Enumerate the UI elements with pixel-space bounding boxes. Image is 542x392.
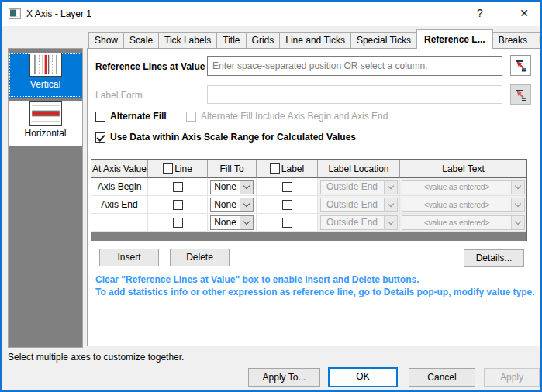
tab-strip: Show Scale Tick Labels Title Grids Line …: [88, 29, 542, 48]
details-button[interactable]: Details...: [464, 249, 524, 267]
label-checkbox[interactable]: [282, 182, 292, 192]
line-checkbox[interactable]: [173, 200, 183, 210]
chevron-down-icon[interactable]: [240, 198, 253, 211]
hint-line-1: Clear "Reference Lines at Value" box to …: [95, 274, 419, 285]
line-checkbox[interactable]: [173, 218, 183, 228]
chevron-down-icon[interactable]: [240, 181, 253, 194]
reference-lines-table: At Axis Value Line Fill To Label Label L…: [91, 159, 527, 241]
label-text-value: <value as entered>: [402, 198, 511, 211]
ok-button[interactable]: OK: [328, 367, 398, 387]
select-column-icon: [514, 88, 527, 101]
alternate-fill-checkbox[interactable]: [95, 112, 105, 122]
label-column-checkbox[interactable]: [270, 163, 280, 174]
label-cell: [257, 178, 318, 196]
at-axis-value-text: Axis End: [101, 199, 137, 210]
header-fill-to-label: Fill To: [219, 163, 243, 174]
header-at-axis-value-label: At Axis Value: [92, 163, 147, 174]
tab-tick-labels[interactable]: Tick Labels: [158, 32, 217, 48]
chevron-down-icon: [511, 198, 524, 211]
reference-lines-value-input[interactable]: [207, 56, 502, 76]
graph-window-icon: [9, 8, 21, 19]
label-location-value: Outside End: [321, 198, 384, 211]
label-text-cell: <value as entered>: [400, 178, 526, 196]
tab-breaks[interactable]: Breaks: [492, 32, 533, 48]
tab-title[interactable]: Title: [216, 32, 246, 48]
fill-to-cell: None: [208, 214, 257, 232]
dialog-title: X Axis - Layer 1: [26, 9, 91, 19]
title-bar: X Axis - Layer 1 ? ✕: [2, 2, 540, 26]
fill-to-value: None: [211, 181, 240, 194]
label-text-dropdown: <value as entered>: [402, 215, 525, 230]
at-axis-value-cell: Axis End: [91, 196, 148, 214]
label-location-cell: Outside End: [318, 178, 400, 196]
header-label-location: Label Location: [318, 160, 400, 178]
hint-line-2: To add statistics info or other expressi…: [95, 287, 535, 297]
label-form-select-column-button: [510, 84, 531, 105]
tab-grids[interactable]: Grids: [246, 32, 281, 48]
header-label-text-label: Label Text: [442, 163, 485, 174]
line-cell: [148, 214, 208, 232]
label-location-value: Outside End: [321, 181, 384, 194]
alternate-fill-label: Alternate Fill: [110, 111, 167, 122]
label-location-dropdown: Outside End: [320, 215, 398, 230]
chevron-down-icon: [511, 216, 524, 229]
label-text-cell: <value as entered>: [400, 196, 526, 214]
select-column-button[interactable]: [510, 55, 531, 76]
label-text-value: <value as entered>: [402, 216, 511, 229]
label-text-cell: <value as entered>: [400, 214, 526, 232]
line-checkbox[interactable]: [173, 182, 183, 192]
table-empty-area: [91, 232, 526, 241]
tab-scale[interactable]: Scale: [123, 32, 159, 48]
tab-reference-lines[interactable]: Reference L...: [416, 29, 493, 49]
axis-item-horizontal[interactable]: Horizontal: [9, 101, 82, 146]
alternate-fill-include-label: Alternate Fill Include Axis Begin and Ax…: [201, 111, 388, 122]
line-column-checkbox[interactable]: [163, 163, 173, 174]
label-location-cell: Outside End: [318, 196, 400, 214]
label-location-dropdown: Outside End: [320, 198, 398, 212]
header-line-label: Line: [174, 163, 192, 174]
axis-item-vertical[interactable]: Vertical: [9, 53, 82, 98]
chevron-down-icon[interactable]: [240, 216, 253, 229]
tab-show[interactable]: Show: [88, 32, 124, 48]
horizontal-axis-icon: [29, 101, 62, 126]
status-text: Select multiple axes to customize togeth…: [8, 352, 184, 363]
label-text-dropdown: <value as entered>: [402, 198, 525, 212]
fill-to-value: None: [211, 216, 240, 229]
header-label-text: Label Text: [400, 160, 526, 178]
help-button[interactable]: ?: [467, 3, 493, 24]
tab-rug[interactable]: Rug: [533, 32, 542, 48]
table-row: Axis Begin None Outside End <value as en…: [91, 178, 526, 196]
insert-button[interactable]: Insert: [99, 249, 159, 266]
cancel-button[interactable]: Cancel: [409, 368, 475, 387]
reference-lines-at-value-label: Reference Lines at Value: [95, 61, 205, 72]
label-checkbox[interactable]: [282, 200, 292, 210]
axis-item-horizontal-label: Horizontal: [9, 128, 82, 139]
reference-lines-panel: Reference Lines at Value Label Form Alte…: [87, 48, 541, 346]
use-data-within-range-checkbox[interactable]: [95, 132, 105, 143]
delete-button[interactable]: Delete: [170, 249, 230, 266]
line-cell: [148, 196, 208, 214]
fill-to-dropdown[interactable]: None: [210, 180, 254, 194]
tab-special-ticks[interactable]: Special Ticks: [350, 32, 417, 48]
close-button[interactable]: ✕: [509, 3, 539, 24]
tab-line-and-ticks[interactable]: Line and Ticks: [279, 32, 351, 48]
header-label-location-label: Label Location: [328, 163, 388, 174]
chevron-down-icon: [384, 216, 397, 229]
use-data-within-range-label: Use Data within Axis Scale Range for Cal…: [110, 132, 356, 143]
fill-to-dropdown[interactable]: None: [210, 215, 254, 230]
chevron-down-icon: [384, 181, 397, 194]
apply-to-button[interactable]: Apply To...: [248, 368, 320, 387]
chevron-down-icon: [511, 181, 524, 194]
line-cell: [148, 178, 208, 196]
header-label: Label: [257, 160, 318, 178]
table-header-row: At Axis Value Line Fill To Label Label L…: [91, 160, 526, 178]
at-axis-value-text: Axis Begin: [98, 181, 142, 192]
header-label-label: Label: [281, 163, 304, 174]
axis-dialog-window: X Axis - Layer 1 ? ✕ Show Scale Tick Lab…: [0, 0, 542, 392]
label-checkbox[interactable]: [282, 218, 292, 228]
fill-to-dropdown[interactable]: None: [210, 198, 254, 212]
label-location-cell: Outside End: [318, 214, 400, 232]
label-cell: [257, 196, 318, 214]
alternate-fill-include-checkbox: [186, 112, 196, 122]
fill-to-cell: None: [208, 178, 257, 196]
